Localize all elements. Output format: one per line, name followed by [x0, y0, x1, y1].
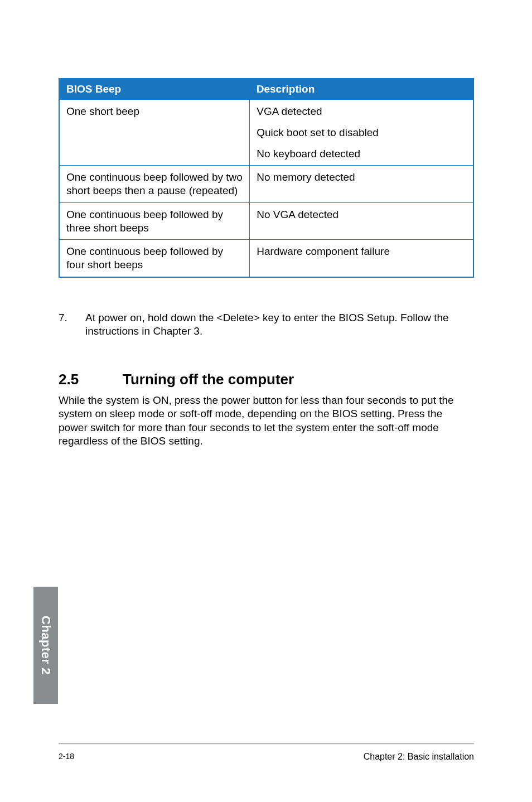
table-row: One short beep VGA detected Quick boot s…: [59, 100, 473, 166]
footer: 2-18 Chapter 2: Basic installation: [59, 752, 474, 762]
section-body: While the system is ON, press the power …: [59, 394, 474, 448]
footer-rule: [59, 743, 474, 745]
step-text: At power on, hold down the <Delete> key …: [85, 311, 474, 339]
table-row: One continuous beep followed by four sho…: [59, 240, 473, 277]
cell-beep: One continuous beep followed by two shor…: [59, 166, 250, 203]
numbered-step: 7. At power on, hold down the <Delete> k…: [59, 311, 474, 339]
section-heading: 2.5 Turning off the computer: [59, 371, 474, 388]
cell-desc: No memory detected: [250, 166, 473, 203]
page-number: 2-18: [59, 752, 74, 762]
table-row: One continuous beep followed by three sh…: [59, 202, 473, 240]
table-row: One continuous beep followed by two shor…: [59, 166, 473, 203]
header-bios-beep: BIOS Beep: [59, 79, 250, 100]
desc-line: Quick boot set to disabled: [257, 126, 467, 139]
cell-beep: One short beep: [59, 100, 250, 166]
cell-beep: One continuous beep followed by four sho…: [59, 240, 250, 277]
cell-desc: Hardware component failure: [250, 240, 473, 277]
section-title: Turning off the computer: [123, 371, 294, 388]
chapter-tab: Chapter 2: [33, 587, 58, 704]
cell-beep: One continuous beep followed by three sh…: [59, 202, 250, 240]
cell-desc: VGA detected Quick boot set to disabled …: [250, 100, 473, 166]
section-number: 2.5: [59, 371, 123, 388]
cell-desc: No VGA detected: [250, 202, 473, 240]
page-content: BIOS Beep Description One short beep VGA…: [59, 78, 474, 448]
desc-line: VGA detected: [257, 105, 467, 118]
step-number: 7.: [59, 311, 85, 339]
table-header-row: BIOS Beep Description: [59, 79, 473, 100]
footer-chapter: Chapter 2: Basic installation: [364, 752, 474, 762]
chapter-tab-label: Chapter 2: [38, 616, 53, 675]
header-description: Description: [250, 79, 473, 100]
bios-beep-table: BIOS Beep Description One short beep VGA…: [59, 78, 474, 278]
desc-line: No keyboard detected: [257, 147, 467, 161]
